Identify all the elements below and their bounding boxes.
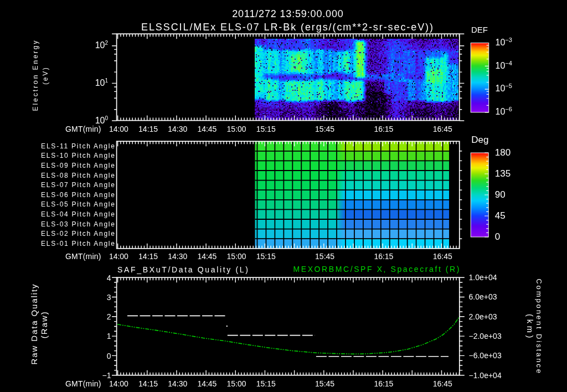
- svg-text:16:15: 16:15: [374, 252, 393, 261]
- svg-text:Raw Data Quality: Raw Data Quality: [29, 284, 39, 365]
- svg-text:14:00: 14:00: [109, 125, 128, 133]
- svg-text:14:15: 14:15: [138, 125, 158, 133]
- svg-text:14:30: 14:30: [168, 379, 187, 388]
- svg-text:15:00: 15:00: [227, 125, 246, 133]
- svg-text:−1.0e+04: −1.0e+04: [469, 371, 502, 380]
- svg-text:Deg: Deg: [471, 135, 488, 145]
- svg-text:15:15: 15:15: [256, 379, 276, 388]
- svg-text:14:00: 14:00: [109, 379, 128, 388]
- svg-text:16:45: 16:45: [433, 125, 452, 133]
- svg-text:16:15: 16:15: [374, 379, 393, 388]
- svg-text:−1: −1: [102, 371, 111, 380]
- svg-text:3: 3: [107, 293, 111, 302]
- svg-text:0: 0: [107, 352, 111, 360]
- svg-text:10−4: 10−4: [496, 60, 512, 70]
- svg-text:15:15: 15:15: [256, 252, 276, 261]
- svg-text:ELS-10 Pitch Angle: ELS-10 Pitch Angle: [41, 152, 115, 159]
- svg-text:90: 90: [495, 189, 506, 200]
- svg-text:4: 4: [107, 274, 111, 282]
- svg-text:15:00: 15:00: [227, 379, 246, 388]
- svg-text:10−6: 10−6: [496, 106, 512, 116]
- svg-text:DEF: DEF: [471, 25, 488, 34]
- svg-text:45: 45: [495, 210, 506, 221]
- svg-text:Component Distance: Component Distance: [535, 278, 543, 373]
- svg-text:ELS-04 Pitch Angle: ELS-04 Pitch Angle: [41, 210, 115, 218]
- svg-text:−2.0e+03: −2.0e+03: [469, 332, 502, 341]
- svg-text:101: 101: [95, 78, 109, 87]
- svg-text:ELS-08 Pitch Angle: ELS-08 Pitch Angle: [41, 172, 115, 179]
- svg-text:15:45: 15:45: [315, 125, 334, 133]
- svg-text:15:15: 15:15: [256, 125, 276, 133]
- svg-text:1.0e+04: 1.0e+04: [469, 273, 497, 282]
- svg-text:14:30: 14:30: [168, 252, 187, 261]
- svg-text:GMT(min): GMT(min): [65, 252, 101, 261]
- svg-text:15:00: 15:00: [227, 252, 246, 261]
- svg-text:16:45: 16:45: [433, 252, 452, 261]
- svg-text:2: 2: [107, 312, 111, 321]
- svg-text:135: 135: [495, 168, 511, 179]
- svg-text:ELS-06 Pitch Angle: ELS-06 Pitch Angle: [41, 191, 115, 199]
- svg-text:ELS-09 Pitch Angle: ELS-09 Pitch Angle: [41, 162, 115, 169]
- svg-text:(eV): (eV): [42, 68, 49, 85]
- svg-text:14:30: 14:30: [168, 125, 187, 133]
- svg-text:GMT(min): GMT(min): [65, 125, 101, 133]
- svg-text:0: 0: [495, 231, 500, 242]
- svg-text:Electron Energy: Electron Energy: [32, 41, 39, 111]
- svg-text:(Raw): (Raw): [39, 312, 49, 338]
- svg-text:14:00: 14:00: [109, 252, 128, 261]
- svg-text:15:45: 15:45: [315, 252, 334, 261]
- svg-text:14:45: 14:45: [197, 379, 217, 388]
- svg-text:GMT(min): GMT(min): [65, 379, 101, 388]
- svg-text:16:45: 16:45: [433, 379, 452, 388]
- svg-text:14:45: 14:45: [197, 125, 217, 133]
- svg-text:SAF_BXuT/Data Quality (L): SAF_BXuT/Data Quality (L): [117, 265, 248, 274]
- svg-text:ELS-02 Pitch Angle: ELS-02 Pitch Angle: [41, 230, 115, 238]
- svg-text:10−3: 10−3: [496, 37, 512, 47]
- svg-text:ELS-11 Pitch Angle: ELS-11 Pitch Angle: [41, 142, 115, 150]
- svg-text:ELS-01 Pitch Angle: ELS-01 Pitch Angle: [41, 240, 115, 247]
- svg-text:10−5: 10−5: [496, 82, 512, 93]
- svg-text:14:15: 14:15: [138, 379, 158, 388]
- svg-text:1: 1: [107, 332, 111, 341]
- svg-text:(km): (km): [525, 314, 534, 338]
- svg-text:−6.0e+03: −6.0e+03: [469, 351, 502, 360]
- svg-text:2.0e+03: 2.0e+03: [469, 312, 497, 321]
- svg-text:ELS-07 Pitch Angle: ELS-07 Pitch Angle: [41, 181, 115, 189]
- svg-text:ELS-03 Pitch Angle: ELS-03 Pitch Angle: [41, 220, 115, 228]
- svg-text:MEXORBMC/SPF X, Spacecraft (R): MEXORBMC/SPF X, Spacecraft (R): [293, 265, 460, 274]
- svg-text:15:45: 15:45: [315, 379, 334, 388]
- svg-text:100: 100: [95, 115, 109, 125]
- svg-text:102: 102: [95, 40, 109, 50]
- svg-text:2011/272 13:59:00.000: 2011/272 13:59:00.000: [232, 8, 343, 19]
- svg-text:180: 180: [495, 147, 511, 158]
- svg-text:14:15: 14:15: [138, 252, 158, 261]
- svg-text:ELSSCIL/MEx ELS-07 LR-Bk (ergs: ELSSCIL/MEx ELS-07 LR-Bk (ergs/(cm**2-sr…: [141, 22, 433, 33]
- svg-text:ELS-05 Pitch Angle: ELS-05 Pitch Angle: [41, 200, 115, 208]
- svg-text:14:45: 14:45: [197, 252, 217, 261]
- svg-text:16:15: 16:15: [374, 125, 393, 133]
- svg-text:6.0e+03: 6.0e+03: [469, 292, 497, 301]
